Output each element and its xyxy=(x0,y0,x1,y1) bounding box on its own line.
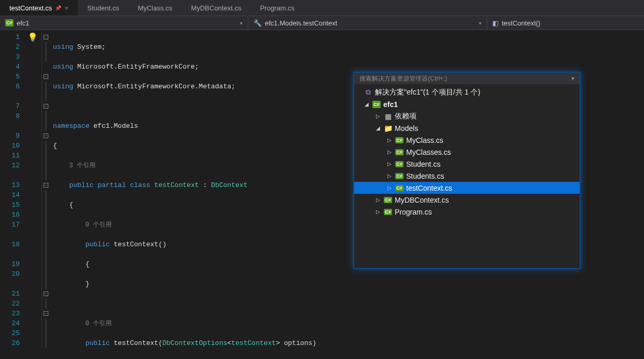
fold-toggle[interactable]: − xyxy=(44,74,48,79)
line-number: 4 xyxy=(0,62,20,72)
chevron-down-icon: ▾ xyxy=(571,75,574,82)
sln-models-folder[interactable]: ◢ 📁 Models xyxy=(354,122,580,134)
expand-icon[interactable]: ▷ xyxy=(375,209,381,215)
line-number: 7 xyxy=(0,101,20,111)
line-number: 3 xyxy=(0,52,20,62)
sln-dependencies-node[interactable]: ▷ ▦ 依赖项 xyxy=(354,110,580,122)
sln-file-student[interactable]: ▷ C# Student.cs xyxy=(354,158,580,170)
tab-testcontext[interactable]: testContext.cs 📌 × xyxy=(0,0,78,16)
expand-icon[interactable]: ▷ xyxy=(386,161,393,167)
sln-project-node[interactable]: ◢ C# efc1 xyxy=(354,98,580,110)
expand-icon[interactable]: ◢ xyxy=(364,101,370,107)
tab-mydbcontext[interactable]: MyDBContext.cs xyxy=(182,0,251,16)
line-number: 17 xyxy=(0,220,20,230)
line-number: 8 xyxy=(0,111,20,121)
line-number: 22 xyxy=(0,299,20,309)
fold-toggle[interactable]: − xyxy=(44,35,48,39)
fold-toggle[interactable]: − xyxy=(44,104,48,109)
nav-project-dropdown[interactable]: C# efc1 ▾ xyxy=(0,16,248,30)
expand-icon[interactable]: ▷ xyxy=(375,197,381,203)
csharp-file-icon: C# xyxy=(384,197,392,203)
tab-program[interactable]: Program.cs xyxy=(251,0,304,16)
line-number: 23 xyxy=(0,309,20,318)
expand-icon[interactable]: ▷ xyxy=(386,149,393,155)
csharp-file-icon: C# xyxy=(395,149,404,155)
code-lens[interactable]: 0 个引用 xyxy=(85,221,111,229)
sln-file-myclass[interactable]: ▷ C# MyClass.cs xyxy=(354,134,580,146)
file-label: MyClasses.cs xyxy=(406,148,451,156)
file-label: Students.cs xyxy=(406,172,444,180)
line-number: 26 xyxy=(0,338,20,348)
expand-icon[interactable]: ◢ xyxy=(375,125,381,131)
class-icon: 🔧 xyxy=(253,19,262,27)
sln-file-testcontext[interactable]: ▷ C# testContext.cs xyxy=(354,182,580,194)
folder-label: Models xyxy=(395,124,418,132)
deps-label: 依赖项 xyxy=(395,112,417,121)
sln-file-mydbcontext[interactable]: ▷ C# MyDBContext.cs xyxy=(354,194,580,206)
method-icon: ◧ xyxy=(492,19,499,27)
line-number: 15 xyxy=(0,200,20,210)
editor: 1 2 3 4 5 6 7 8 9 10 11 12 13 14 15 16 1… xyxy=(0,30,644,359)
nav-class-label: efc1.Models.testContext xyxy=(265,19,337,27)
line-number: 14 xyxy=(0,190,20,200)
tab-student[interactable]: Student.cs xyxy=(78,0,128,16)
expand-icon[interactable]: ▷ xyxy=(386,173,393,179)
line-number: 18 xyxy=(0,240,20,249)
solution-search[interactable]: 搜索解决方案资源管理器(Ctrl+;) ▾ xyxy=(354,73,580,84)
tab-myclass[interactable]: MyClass.cs xyxy=(128,0,181,16)
csharp-file-icon: C# xyxy=(395,185,404,191)
close-icon[interactable]: × xyxy=(64,4,69,12)
csharp-file-icon: C# xyxy=(395,137,404,143)
file-label: MyDBContext.cs xyxy=(395,196,449,204)
file-label: Program.cs xyxy=(395,208,432,216)
line-number-gutter: 1 2 3 4 5 6 7 8 9 10 11 12 13 14 15 16 1… xyxy=(0,30,24,359)
lightbulb-icon[interactable]: 💡 xyxy=(28,32,38,43)
line-number: 11 xyxy=(0,151,20,161)
expand-icon[interactable]: ▷ xyxy=(375,113,381,119)
expand-icon[interactable]: ▷ xyxy=(386,185,393,191)
project-label: efc1 xyxy=(383,100,398,109)
fold-toggle[interactable]: − xyxy=(44,291,48,296)
sln-solution-node[interactable]: ⧉ 解决方案"efc1"(1 个项目/共 1 个) xyxy=(354,86,580,98)
line-number: 10 xyxy=(0,141,20,151)
folding-column: − − − − − − − xyxy=(42,30,50,359)
nav-bar: C# efc1 ▾ 🔧 efc1.Models.testContext ▾ ◧ … xyxy=(0,16,644,30)
csharp-file-icon: C# xyxy=(384,209,392,215)
tab-label: Student.cs xyxy=(87,4,119,12)
line-number: 12 xyxy=(0,161,20,170)
tab-label: Program.cs xyxy=(260,4,294,12)
line-number: 2 xyxy=(0,42,20,52)
line-number: 1 xyxy=(0,32,20,42)
line-number: 19 xyxy=(0,259,20,269)
line-number: 25 xyxy=(0,328,20,338)
line-number: 20 xyxy=(0,269,20,279)
file-label: MyClass.cs xyxy=(406,136,444,144)
solution-label: 解决方案"efc1"(1 个项目/共 1 个) xyxy=(375,88,480,97)
solution-icon: ⧉ xyxy=(364,88,373,97)
file-label: testContext.cs xyxy=(406,184,452,192)
line-number: 9 xyxy=(0,131,20,141)
fold-toggle[interactable]: − xyxy=(44,183,48,188)
tab-label: MyClass.cs xyxy=(138,4,172,12)
line-number: 13 xyxy=(0,180,20,190)
line-number: 5 xyxy=(0,72,20,82)
nav-member-dropdown[interactable]: ◧ testContext() xyxy=(487,16,644,30)
file-label: Student.cs xyxy=(406,160,440,168)
pin-icon[interactable]: 📌 xyxy=(55,5,61,11)
csharp-icon: C# xyxy=(5,19,14,26)
search-placeholder: 搜索解决方案资源管理器(Ctrl+;) xyxy=(359,74,447,83)
nav-class-dropdown[interactable]: 🔧 efc1.Models.testContext ▾ xyxy=(248,16,487,30)
sln-file-program[interactable]: ▷ C# Program.cs xyxy=(354,206,580,218)
fold-toggle[interactable]: − xyxy=(44,311,48,316)
sln-file-myclasses[interactable]: ▷ C# MyClasses.cs xyxy=(354,146,580,158)
fold-toggle[interactable]: − xyxy=(44,134,48,138)
code-lens[interactable]: 0 个引用 xyxy=(85,320,111,327)
csharp-file-icon: C# xyxy=(395,173,404,179)
tab-label: testContext.cs xyxy=(9,4,52,12)
expand-icon[interactable]: ▷ xyxy=(386,137,393,143)
chevron-down-icon: ▾ xyxy=(479,20,481,26)
sln-file-students[interactable]: ▷ C# Students.cs xyxy=(354,170,580,182)
code-lens[interactable]: 3 个引用 xyxy=(69,162,95,169)
line-number: 16 xyxy=(0,210,20,220)
folder-icon: 📁 xyxy=(383,124,393,132)
